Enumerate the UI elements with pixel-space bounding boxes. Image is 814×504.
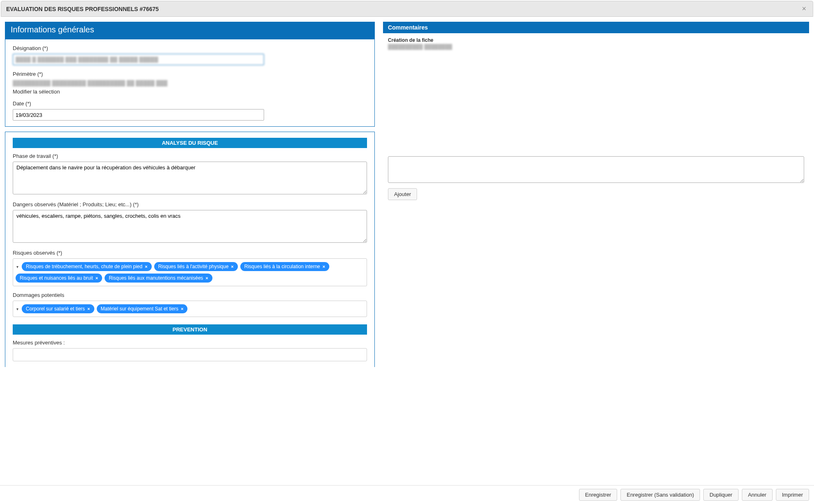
designation-input[interactable] bbox=[13, 54, 264, 65]
risque-tag: Risques liés aux manutentions mécanisées… bbox=[105, 274, 212, 283]
perimetre-value: ██████████ █████████ ██████████ ██ █████… bbox=[13, 80, 367, 87]
tag-label: Risques liés aux manutentions mécanisées bbox=[109, 275, 203, 281]
field-date: Date (*) bbox=[13, 100, 367, 121]
perimetre-label: Périmètre (*) bbox=[13, 71, 367, 77]
field-dangers: Dangers observés (Matériel ; Produits; L… bbox=[13, 201, 367, 244]
designation-label: Désignation (*) bbox=[13, 45, 367, 51]
risque-tag: Risques et nuisances liés au bruit× bbox=[16, 274, 102, 283]
tag-remove-icon[interactable]: × bbox=[181, 306, 183, 311]
field-risques: Risques observés (*) ▾ Risques de trébuc… bbox=[13, 250, 367, 286]
tag-remove-icon[interactable]: × bbox=[323, 264, 325, 269]
phase-label: Phase de travail (*) bbox=[13, 153, 367, 159]
tag-label: Corporel sur salarié et tiers bbox=[26, 306, 85, 312]
section-bar-analysis: ANALYSE DU RISQUE bbox=[13, 138, 367, 148]
mesures-label: Mesures préventives : bbox=[13, 340, 367, 346]
date-input[interactable] bbox=[13, 109, 264, 121]
tag-remove-icon[interactable]: × bbox=[231, 264, 233, 269]
window-title: EVALUATION DES RISQUES PROFESSIONNELS #7… bbox=[6, 6, 159, 12]
tag-remove-icon[interactable]: × bbox=[145, 264, 147, 269]
field-designation: Désignation (*) bbox=[13, 45, 367, 65]
comment-textarea[interactable] bbox=[388, 156, 804, 183]
add-comment-button[interactable]: Ajouter bbox=[388, 188, 417, 200]
chevron-down-icon[interactable]: ▾ bbox=[16, 307, 19, 311]
comment-creation-label: Création de la fiche bbox=[388, 37, 804, 43]
field-mesures: Mesures préventives : bbox=[13, 340, 367, 361]
field-dommages: Dommages potentiels ▾ Corporel sur salar… bbox=[13, 292, 367, 317]
tag-remove-icon[interactable]: × bbox=[96, 276, 98, 281]
tag-label: Matériel sur équipement Sat et tiers bbox=[101, 306, 178, 312]
tag-label: Risques liés à la circulation interne bbox=[244, 264, 320, 269]
risque-tag: Risques liés à l'activité physique× bbox=[154, 262, 238, 271]
panel-analysis: ANALYSE DU RISQUE Phase de travail (*) D… bbox=[5, 132, 375, 367]
dommages-label: Dommages potentiels bbox=[13, 292, 367, 298]
window: EVALUATION DES RISQUES PROFESSIONNELS #7… bbox=[0, 1, 814, 444]
risque-tag: Risques de trébuchement, heurts, chute d… bbox=[22, 262, 152, 271]
tag-label: Risques liés à l'activité physique bbox=[158, 264, 229, 269]
date-label: Date (*) bbox=[13, 100, 367, 107]
comments-header: Commentaires bbox=[383, 22, 809, 33]
dangers-label: Dangers observés (Matériel ; Produits; L… bbox=[13, 201, 367, 208]
phase-textarea[interactable] bbox=[13, 162, 367, 194]
close-icon[interactable]: × bbox=[800, 5, 808, 13]
risques-label: Risques observés (*) bbox=[13, 250, 367, 256]
panel-general: Informations générales Désignation (*) P… bbox=[5, 22, 375, 127]
chevron-down-icon[interactable]: ▾ bbox=[16, 265, 19, 269]
comment-creation-meta: ██████████ ████████ bbox=[388, 44, 804, 50]
tag-remove-icon[interactable]: × bbox=[205, 276, 208, 281]
content-area: Informations générales Désignation (*) P… bbox=[0, 18, 814, 367]
field-perimetre: Périmètre (*) ██████████ █████████ █████… bbox=[13, 71, 367, 95]
panel-general-header: Informations générales bbox=[5, 22, 375, 39]
tag-label: Risques et nuisances liés au bruit bbox=[20, 275, 93, 281]
risques-tag-container[interactable]: ▾ Risques de trébuchement, heurts, chute… bbox=[13, 258, 367, 286]
dommages-tag-container[interactable]: ▾ Corporel sur salarié et tiers× Matérie… bbox=[13, 301, 367, 317]
modifier-selection-link[interactable]: Modifier la sélection bbox=[13, 89, 60, 95]
field-phase: Phase de travail (*) bbox=[13, 153, 367, 196]
section-bar-prevention: PREVENTION bbox=[13, 324, 367, 335]
left-pane: Informations générales Désignation (*) P… bbox=[5, 22, 375, 367]
dommage-tag: Corporel sur salarié et tiers× bbox=[22, 304, 94, 313]
comments-body: Création de la fiche ██████████ ████████… bbox=[383, 33, 809, 204]
window-titlebar: EVALUATION DES RISQUES PROFESSIONNELS #7… bbox=[1, 1, 813, 17]
tag-remove-icon[interactable]: × bbox=[87, 306, 90, 311]
tag-label: Risques de trébuchement, heurts, chute d… bbox=[26, 264, 142, 269]
mesures-input[interactable] bbox=[13, 348, 367, 361]
dangers-textarea[interactable] bbox=[13, 210, 367, 243]
dommage-tag: Matériel sur équipement Sat et tiers× bbox=[97, 304, 188, 313]
risque-tag: Risques liés à la circulation interne× bbox=[240, 262, 329, 271]
right-pane: Commentaires Création de la fiche ██████… bbox=[383, 22, 809, 367]
